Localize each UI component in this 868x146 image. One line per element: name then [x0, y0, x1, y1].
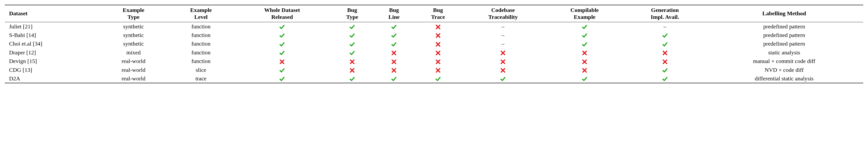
cell-example_type: synthetic — [98, 22, 168, 31]
check-icon — [582, 75, 587, 82]
cell-labelling_method: static analysis — [705, 48, 863, 57]
cell-labelling_method: predefined pattern — [705, 39, 863, 48]
cell-bug_line — [374, 48, 414, 57]
col-header-whole_dataset_released: Whole DatasetReleased — [234, 5, 331, 22]
cross-icon — [435, 66, 441, 74]
check-icon — [279, 75, 285, 82]
cross-icon — [435, 40, 441, 48]
cell-labelling_method: predefined pattern — [705, 31, 863, 39]
table-row: S-Babi [14]syntheticfunction–predefined … — [5, 31, 863, 39]
cell-generation_impl_avail: – — [625, 22, 705, 31]
cell-example_type: synthetic — [98, 39, 168, 48]
cross-icon — [391, 49, 397, 56]
cross-icon — [582, 57, 587, 65]
cell-bug_trace — [414, 57, 462, 65]
check-icon — [349, 49, 355, 56]
col-header-codebase_traceability: CodebaseTraceability — [462, 5, 545, 22]
cell-compilable_example — [545, 22, 625, 31]
cell-dataset: Devign [15] — [5, 57, 98, 65]
cell-generation_impl_avail — [625, 57, 705, 65]
comparison-table: DatasetExampleTypeExampleLevelWhole Data… — [5, 5, 863, 83]
table-row: CDG [13]real-worldsliceNVD + code diff — [5, 66, 863, 74]
check-icon — [279, 31, 285, 39]
cross-icon — [500, 49, 505, 56]
cell-labelling_method: differential static analysis — [705, 74, 863, 83]
cell-bug_type — [331, 39, 373, 48]
cell-compilable_example — [545, 39, 625, 48]
cell-example_type: real-world — [98, 66, 168, 74]
cross-icon — [582, 49, 587, 56]
cell-dataset: CDG [13] — [5, 66, 98, 74]
cell-whole_dataset_released — [234, 57, 331, 65]
cell-bug_line — [374, 57, 414, 65]
check-icon — [279, 23, 285, 30]
cell-bug_trace — [414, 22, 462, 31]
cell-codebase_traceability — [462, 66, 545, 74]
cross-icon — [391, 57, 397, 65]
col-header-bug_type: BugType — [331, 5, 373, 22]
check-icon — [279, 40, 285, 48]
cell-whole_dataset_released — [234, 39, 331, 48]
cell-dataset: Choi et.al [34] — [5, 39, 98, 48]
check-icon — [279, 66, 285, 74]
cell-codebase_traceability — [462, 74, 545, 83]
col-header-generation_impl_avail: GenerationImpl. Avail. — [625, 5, 705, 22]
cell-labelling_method: predefined pattern — [705, 22, 863, 31]
cell-example_level: slice — [168, 66, 234, 74]
cross-icon — [349, 57, 355, 65]
cross-icon — [500, 57, 505, 65]
cell-dataset: Draper [12] — [5, 48, 98, 57]
cross-icon — [662, 49, 668, 56]
cross-icon — [582, 66, 587, 74]
cell-example_type: real-world — [98, 74, 168, 83]
cell-example_level: function — [168, 48, 234, 57]
table-row: Juliet [21]syntheticfunction––predefined… — [5, 22, 863, 31]
cell-example_level: function — [168, 22, 234, 31]
cell-bug_type — [331, 48, 373, 57]
cell-whole_dataset_released — [234, 66, 331, 74]
cross-icon — [435, 31, 441, 39]
cross-icon — [662, 57, 668, 65]
col-header-labelling_method: Labelling Method — [705, 5, 863, 22]
check-icon — [435, 75, 441, 82]
col-header-example_level: ExampleLevel — [168, 5, 234, 22]
cell-dataset: D2A — [5, 74, 98, 83]
cell-codebase_traceability: – — [462, 31, 545, 39]
check-icon — [391, 40, 397, 48]
table-row: Choi et.al [34]syntheticfunction–predefi… — [5, 39, 863, 48]
cell-compilable_example — [545, 66, 625, 74]
table-row: Devign [15]real-worldfunctionmanual + co… — [5, 57, 863, 65]
cell-example_level: trace — [168, 74, 234, 83]
check-icon — [349, 31, 355, 39]
check-icon — [662, 75, 668, 82]
dash-icon: – — [501, 32, 504, 38]
cell-bug_trace — [414, 48, 462, 57]
col-header-bug_line: BugLine — [374, 5, 414, 22]
cell-compilable_example — [545, 48, 625, 57]
cell-example_type: synthetic — [98, 31, 168, 39]
dash-icon: – — [501, 23, 504, 30]
check-icon — [662, 66, 668, 74]
table-body: Juliet [21]syntheticfunction––predefined… — [5, 22, 863, 83]
check-icon — [391, 23, 397, 30]
cell-bug_line — [374, 31, 414, 39]
cell-bug_line — [374, 66, 414, 74]
cross-icon — [435, 49, 441, 56]
cell-example_type: real-world — [98, 57, 168, 65]
cell-whole_dataset_released — [234, 48, 331, 57]
check-icon — [662, 31, 668, 39]
check-icon — [500, 75, 505, 82]
cell-labelling_method: NVD + code diff — [705, 66, 863, 74]
check-icon — [391, 75, 397, 82]
check-icon — [349, 23, 355, 30]
check-icon — [582, 31, 587, 39]
col-header-compilable_example: CompilableExample — [545, 5, 625, 22]
check-icon — [391, 31, 397, 39]
cell-compilable_example — [545, 57, 625, 65]
cell-compilable_example — [545, 31, 625, 39]
dash-icon: – — [663, 23, 666, 30]
cell-bug_trace — [414, 74, 462, 83]
cell-codebase_traceability: – — [462, 39, 545, 48]
cross-icon — [500, 66, 505, 74]
cross-icon — [391, 66, 397, 74]
